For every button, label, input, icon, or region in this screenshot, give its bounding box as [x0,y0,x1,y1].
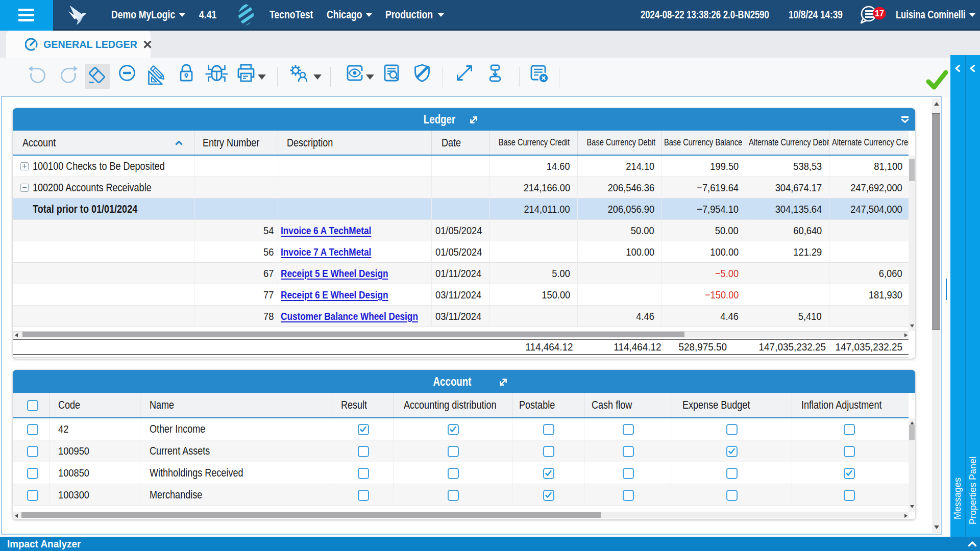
svg-text:17: 17 [875,9,884,18]
